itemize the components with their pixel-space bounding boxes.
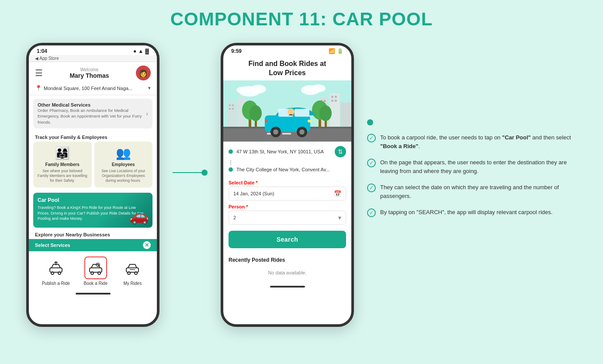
medical-banner-desc: Order Pharmacy, Book an Ambulance for Me… <box>38 107 146 125</box>
info-text-3: They can select the date on which they a… <box>380 183 577 200</box>
track-section-title: Track your Family & Employees <box>29 132 157 142</box>
wifi-icon: ● <box>133 48 136 54</box>
from-dot <box>229 149 233 154</box>
svg-point-1 <box>51 272 54 274</box>
battery-icon: ▓ <box>145 48 149 54</box>
svg-point-5 <box>91 272 94 274</box>
svg-text:$: $ <box>97 263 99 267</box>
svg-rect-57 <box>308 120 311 122</box>
person-input[interactable]: 2 ▾ <box>229 211 346 225</box>
book-ride-icon: $ <box>88 260 104 276</box>
recently-posted-section: Recently Posted Rides No data available. <box>223 253 351 283</box>
medical-banner-content: Other Medical Services Order Pharmacy, B… <box>38 102 146 125</box>
svg-point-6 <box>98 272 100 274</box>
no-data-label: No data available. <box>229 266 346 280</box>
my-rides-item[interactable]: My Rides <box>121 257 144 286</box>
publish-ride-item[interactable]: Publish a Ride <box>42 257 70 286</box>
location-pin-icon: 📍 <box>35 85 42 91</box>
svg-rect-21 <box>340 102 351 128</box>
phone1-time: 1:04 <box>37 48 47 54</box>
recently-posted-title: Recently Posted Rides <box>229 257 346 263</box>
welcome-label: Welcome <box>80 67 99 72</box>
caret-down-icon: ▾ <box>338 214 341 221</box>
carpool-car-icon: 🚗 <box>129 207 149 225</box>
date-value: 14 Jan, 2024 (Sun) <box>233 191 274 196</box>
check-icon-4: ✓ <box>367 208 376 217</box>
svg-rect-33 <box>232 104 234 106</box>
svg-point-15 <box>250 85 266 94</box>
to-dot <box>229 167 233 172</box>
svg-point-39 <box>250 105 262 121</box>
route-line <box>230 160 231 165</box>
book-ride-icon-box: $ <box>84 257 107 279</box>
svg-rect-27 <box>335 96 337 98</box>
check-icon-3: ✓ <box>367 184 376 192</box>
svg-rect-23 <box>324 100 326 102</box>
phone1-status-bar: 1:04 ● ▲ ▓ <box>29 45 157 55</box>
svg-rect-32 <box>229 104 231 106</box>
svg-rect-26 <box>331 96 333 98</box>
svg-rect-35 <box>232 108 234 110</box>
hamburger-icon[interactable]: ☰ <box>35 68 43 78</box>
person-label: Person * <box>229 204 346 209</box>
info-text-1: To book a carpool ride, the user needs t… <box>380 133 577 150</box>
svg-point-10 <box>128 272 130 274</box>
phone2-icons: 📶 🔋 <box>329 48 343 54</box>
svg-point-18 <box>312 84 326 92</box>
employees-card-desc: See Live Locations of your Organization'… <box>98 169 149 183</box>
explore-title: Explore your Nearby Businesses <box>29 229 157 239</box>
home-indicator <box>29 290 157 297</box>
header-user: Welcome Mary Thomas <box>69 67 109 79</box>
from-address-text: 47 W 13th St, New York, NY 10011, USA <box>236 149 331 154</box>
user-name: Mary Thomas <box>69 72 109 79</box>
book-ride-item[interactable]: $ Book a Ride <box>84 257 107 286</box>
svg-point-2 <box>58 272 61 274</box>
connector-left-line <box>173 172 201 173</box>
info-item-4: ✓ By tapping on "SEARCH", the app will d… <box>367 208 577 217</box>
app-store-bar: ◀ App Store <box>29 55 157 62</box>
carpool-section[interactable]: Car Pool Traveling? Book a KingX Pro Rid… <box>33 193 152 228</box>
book-ride-label: Book a Ride <box>84 281 107 286</box>
wifi2-icon: 📶 <box>329 48 335 54</box>
svg-rect-34 <box>229 108 231 110</box>
svg-point-16 <box>236 87 250 94</box>
close-button[interactable]: ✕ <box>143 241 151 249</box>
from-input-row[interactable]: 47 W 13th St, New York, NY 10011, USA ⇅ <box>229 146 346 157</box>
content-row: 1:04 ● ▲ ▓ ◀ App Store ☰ Welcome Mary Th… <box>9 43 594 327</box>
chevron-down-icon: ▾ <box>148 85 151 91</box>
svg-rect-47 <box>282 133 291 135</box>
carpool-title: Car Pool <box>38 197 148 203</box>
svg-rect-28 <box>331 100 333 102</box>
svg-rect-29 <box>335 100 337 102</box>
publish-ride-icon <box>48 260 64 276</box>
swap-button[interactable]: ⇅ <box>335 146 346 157</box>
employees-card-title: Employees <box>112 162 135 167</box>
svg-rect-51 <box>295 109 309 117</box>
route-inputs: 47 W 13th St, New York, NY 10011, USA ⇅ … <box>223 142 351 177</box>
location-bar[interactable]: 📍 Mondeal Square, 100 Feet Anand Naga...… <box>29 83 157 95</box>
my-rides-icon <box>125 260 140 276</box>
employees-icon: 👥 <box>116 146 131 160</box>
to-address-text: The City College of New York, Convent Av… <box>236 167 346 172</box>
publish-ride-label: Publish a Ride <box>42 281 70 286</box>
route-connector-row <box>229 160 346 165</box>
svg-point-43 <box>319 105 332 121</box>
family-card-desc: See where your beloved Family Members ar… <box>37 169 88 183</box>
phone2-frame: 9:59 📶 🔋 Find and Book Rides at Low Pric… <box>221 43 354 327</box>
search-button[interactable]: Search <box>229 231 346 248</box>
connector-line <box>173 170 208 176</box>
employees-card[interactable]: 👥 Employees See Live Locations of your O… <box>94 142 153 187</box>
info-text-2: On the page that appears, the user needs… <box>380 158 577 175</box>
avatar: 👩 <box>136 66 151 80</box>
family-members-card[interactable]: 👨‍👩‍👧 Family Members See where your belo… <box>33 142 92 187</box>
chevron-right-icon: › <box>146 110 148 117</box>
medical-banner-title: Other Medical Services <box>38 102 146 107</box>
svg-point-11 <box>135 272 137 274</box>
date-label: Select Date * <box>229 180 346 185</box>
svg-rect-58 <box>265 120 267 122</box>
date-input[interactable]: 14 Jan, 2024 (Sun) 📅 <box>229 187 346 201</box>
check-icon-1: ✓ <box>367 134 376 142</box>
to-input-row[interactable]: The City College of New York, Convent Av… <box>229 167 346 172</box>
medical-banner[interactable]: Other Medical Services Order Pharmacy, B… <box>33 99 152 128</box>
app-store-label: ◀ App Store <box>35 56 59 61</box>
